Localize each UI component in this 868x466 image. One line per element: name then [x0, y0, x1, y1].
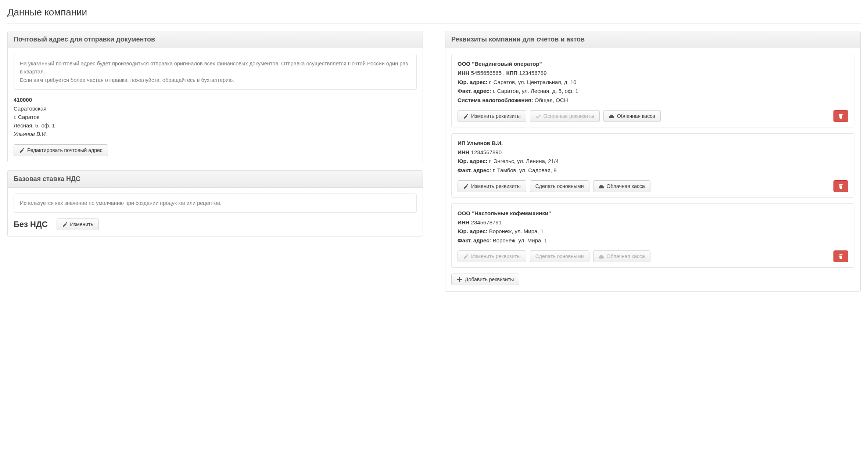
- actual-addr: Факт. адрес: г. Тамбов, ул. Садовая, 8: [458, 166, 848, 175]
- postal-street: Лесная, 5, оф. 1: [14, 121, 417, 130]
- edit-postal-label: Редактировать почтовый адрес: [27, 148, 103, 153]
- trash-icon: [838, 184, 843, 189]
- make-main-button[interactable]: Сделать основными: [530, 180, 589, 192]
- requisites-panel: Реквизиты компании для счетов и актов ОО…: [445, 31, 861, 292]
- add-requisites-button[interactable]: Добавить реквизиты: [451, 274, 519, 285]
- legal-addr: Юр. адрес: г. Саратов, ул. Центральная, …: [458, 78, 848, 87]
- divider: [7, 23, 861, 24]
- postal-region: Саратовская: [14, 104, 417, 113]
- main-requisites-label: Основные реквизиты: [544, 113, 594, 119]
- main-requisites-button: Основные реквизиты: [530, 110, 600, 122]
- tax-system: Система налогообложения: Общая, ОСН: [458, 96, 848, 105]
- inn-line: ИНН 2345678791: [458, 218, 848, 227]
- plus-icon: [457, 277, 462, 282]
- delete-requisites-button[interactable]: [833, 180, 848, 192]
- make-main-label: Сделать основными: [535, 184, 584, 189]
- actual-addr: Факт. адрес: Воронеж, ул. Мира, 1: [458, 236, 848, 245]
- pencil-icon: [463, 113, 468, 119]
- cloud-kassa-button: Облачная касса: [593, 250, 650, 262]
- vat-value: Без НДС: [14, 220, 48, 229]
- postal-info-p2: Если вам требуется более частая отправка…: [20, 76, 410, 84]
- postal-panel-title: Почтовый адрес для отправки документов: [14, 36, 417, 43]
- edit-postal-button[interactable]: Редактировать почтовый адрес: [14, 144, 108, 156]
- requisites-card: ООО "Настольные кофемашинки"ИНН 23456787…: [451, 203, 854, 268]
- edit-requisites-button: Изменить реквизиты: [458, 250, 526, 262]
- legal-addr: Юр. адрес: г. Энгельс, ул. Ленина, 21/4: [458, 157, 848, 166]
- postal-zip: 410000: [14, 95, 417, 104]
- postal-info-p1: На указанный почтовый адрес будет произв…: [20, 59, 410, 76]
- pencil-icon: [19, 148, 24, 153]
- cloud-icon: [599, 184, 604, 189]
- requisites-card: ООО "Вендинговый оператор"ИНН 5455656565…: [451, 54, 854, 127]
- vat-panel: Базовая ставка НДС Используется как знач…: [7, 170, 423, 236]
- pencil-icon: [463, 184, 468, 189]
- company-name: ИП Ульянов В.И.: [458, 139, 848, 148]
- cloud-kassa-label: Облачная касса: [617, 113, 655, 119]
- requisites-card: ИП Ульянов В.И.ИНН 1234567890Юр. адрес: …: [451, 133, 854, 198]
- company-name: ООО "Настольные кофемашинки": [458, 209, 848, 218]
- edit-requisites-label: Изменить реквизиты: [471, 184, 521, 189]
- cloud-kassa-button[interactable]: Облачная касса: [603, 110, 661, 122]
- edit-vat-button[interactable]: Изменить: [57, 218, 99, 230]
- cloud-kassa-button[interactable]: Облачная касса: [593, 180, 650, 192]
- edit-requisites-label: Изменить реквизиты: [471, 113, 521, 119]
- cloud-icon: [599, 254, 604, 259]
- vat-panel-title: Базовая ставка НДС: [14, 175, 417, 183]
- cloud-icon: [609, 113, 614, 119]
- trash-icon: [838, 113, 843, 119]
- edit-requisites-button[interactable]: Изменить реквизиты: [458, 180, 526, 192]
- delete-requisites-button[interactable]: [833, 250, 848, 262]
- actual-addr: Факт. адрес: г. Саратов, ул. Лесная, д. …: [458, 87, 848, 96]
- edit-requisites-label: Изменить реквизиты: [471, 254, 521, 259]
- make-main-button: Сделать основными: [530, 250, 589, 262]
- cloud-kassa-label: Облачная касса: [607, 184, 645, 189]
- postal-info: На указанный почтовый адрес будет произв…: [14, 54, 417, 90]
- cloud-kassa-label: Облачная касса: [607, 254, 645, 259]
- postal-panel: Почтовый адрес для отправки документов Н…: [7, 31, 423, 162]
- postal-city: г. Саратов: [14, 113, 417, 121]
- make-main-label: Сделать основными: [535, 254, 584, 259]
- edit-requisites-button[interactable]: Изменить реквизиты: [458, 110, 526, 122]
- page-title: Данные компании: [7, 7, 861, 18]
- postal-address: 410000 Саратовская г. Саратов Лесная, 5,…: [14, 95, 417, 138]
- postal-recipient: Ульянов В.И.: [14, 130, 417, 138]
- vat-info: Используется как значение по умолчанию п…: [14, 194, 417, 213]
- inn-line: ИНН 5455656565 , КПП 123456789: [458, 69, 848, 78]
- pencil-icon: [463, 254, 468, 259]
- requisites-panel-title: Реквизиты компании для счетов и актов: [451, 36, 854, 43]
- inn-line: ИНН 1234567890: [458, 148, 848, 157]
- company-name: ООО "Вендинговый оператор": [458, 59, 848, 69]
- check-icon: [535, 113, 541, 119]
- trash-icon: [838, 254, 843, 259]
- edit-vat-label: Изменить: [70, 222, 93, 227]
- add-requisites-label: Добавить реквизиты: [465, 277, 514, 282]
- legal-addr: Юр. адрес: Воронеж, ул. Мира, 1: [458, 227, 848, 236]
- delete-requisites-button[interactable]: [833, 110, 848, 122]
- pencil-icon: [62, 222, 67, 227]
